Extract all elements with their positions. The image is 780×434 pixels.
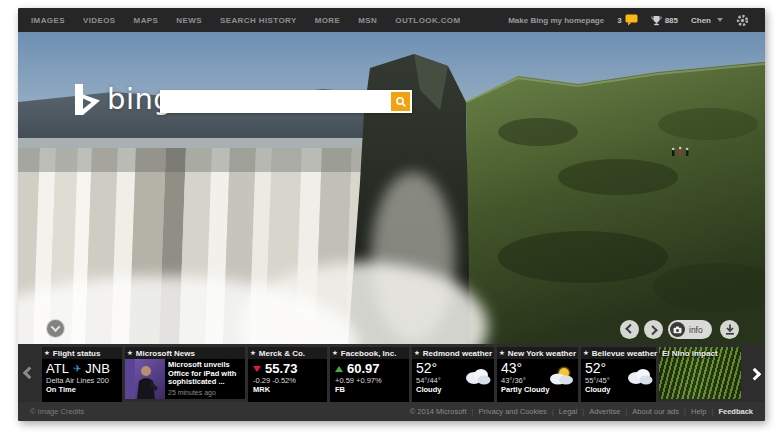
footer-link-privacy[interactable]: Privacy and Cookies <box>478 407 546 416</box>
search-box <box>160 90 412 113</box>
chevron-left-icon <box>625 324 635 334</box>
star-icon: ★ <box>583 350 589 357</box>
image-info-button[interactable]: info <box>668 320 712 339</box>
tile-flight-status[interactable]: ★ Flight status ATL ✈ JNB Delta Air Line… <box>42 347 122 399</box>
plane-icon: ✈ <box>73 361 81 376</box>
tile-el-nino-impact[interactable]: El Nino impact <box>659 347 741 399</box>
nav-news[interactable]: NEWS <box>176 16 202 25</box>
next-image-button[interactable] <box>644 320 663 339</box>
stock-symbol: FB <box>335 385 404 394</box>
search-button[interactable] <box>391 92 410 111</box>
tile-title: Redmond weather <box>423 349 492 358</box>
collapse-strip-button[interactable] <box>46 319 65 338</box>
chevron-left-icon <box>23 366 36 379</box>
tile-microsoft-news[interactable]: ★ Microsoft News Microsoft unveils Offic… <box>125 347 245 399</box>
tile-weather-bellevue[interactable]: ★ Bellevue weather 52° 55°/45° Cloudy <box>581 347 656 399</box>
tile-stock-merck[interactable]: ★ Merck & Co. 55.73 -0.29 -0.52% MRK <box>248 347 327 399</box>
weather-condition: Partly Cloudy <box>501 385 574 394</box>
chevron-right-icon <box>748 367 761 380</box>
tile-stock-facebook[interactable]: ★ Facebook, Inc. 60.97 +0.59 +0.97% FB <box>330 347 409 399</box>
stock-up-icon <box>335 366 343 372</box>
strip-scroll-right-button[interactable] <box>745 368 765 379</box>
search-input[interactable] <box>160 93 391 110</box>
bing-logo[interactable]: bing <box>75 82 172 116</box>
footer-link-advertise[interactable]: Advertise <box>589 407 620 416</box>
star-icon: ★ <box>44 350 50 357</box>
strip-scroll-left-button[interactable] <box>18 368 39 379</box>
star-icon: ★ <box>250 350 256 357</box>
nav-msn[interactable]: MSN <box>358 16 377 25</box>
messages-count: 3 <box>617 16 621 25</box>
footer-link-about-ads[interactable]: About our ads <box>632 407 679 416</box>
separator <box>684 407 686 416</box>
star-icon: ★ <box>499 350 505 357</box>
tile-title: Bellevue weather <box>592 349 657 358</box>
partly-cloudy-icon <box>547 366 575 385</box>
flight-destination: JNB <box>85 361 110 376</box>
flight-status: On Time <box>46 385 118 394</box>
stock-down-icon <box>253 366 261 372</box>
chevron-down-icon <box>717 18 723 22</box>
trophy-icon <box>651 15 662 26</box>
bing-homepage-screenshot: IMAGES VIDEOS MAPS NEWS SEARCH HISTORY M… <box>18 8 765 421</box>
tile-title: Merck & Co. <box>259 349 305 358</box>
image-credits: © Image Credits <box>30 407 84 416</box>
nav-maps[interactable]: MAPS <box>134 16 159 25</box>
footer-link-legal[interactable]: Legal <box>559 407 577 416</box>
stock-price: 55.73 <box>265 361 298 376</box>
top-nav-bar: IMAGES VIDEOS MAPS NEWS SEARCH HISTORY M… <box>18 8 765 32</box>
top-nav-links: IMAGES VIDEOS MAPS NEWS SEARCH HISTORY M… <box>18 16 461 25</box>
download-icon <box>725 324 735 335</box>
stock-price: 60.97 <box>347 361 380 376</box>
flight-number: Delta Air Lines 200 <box>46 376 118 385</box>
camera-icon <box>670 322 685 337</box>
cloudy-icon <box>625 366 653 385</box>
footer-bar: © Image Credits © 2014 Microsoft Privacy… <box>18 402 765 421</box>
tile-title: Flight status <box>53 349 101 358</box>
footer-link-feedback[interactable]: Feedback <box>718 407 753 416</box>
footer-link-help[interactable]: Help <box>691 407 706 416</box>
flight-origin: ATL <box>46 361 69 376</box>
info-tile-strip: ★ Flight status ATL ✈ JNB Delta Air Line… <box>18 344 765 402</box>
weather-condition: Cloudy <box>416 385 490 394</box>
footer-links: © 2014 Microsoft Privacy and Cookies Leg… <box>410 407 753 416</box>
stock-symbol: MRK <box>253 385 322 394</box>
chat-bubble-icon <box>625 14 638 26</box>
tiles-row: ★ Flight status ATL ✈ JNB Delta Air Line… <box>42 347 741 399</box>
nav-outlook[interactable]: OUTLOOK.COM <box>395 16 460 25</box>
tile-title: New York weather <box>508 349 576 358</box>
download-image-button[interactable] <box>720 320 739 339</box>
hero-image-area: bing <box>18 32 765 344</box>
weather-condition: Cloudy <box>585 385 652 394</box>
tile-title: El Nino impact <box>662 349 718 358</box>
copyright-text: © 2014 Microsoft <box>410 407 467 416</box>
stock-change: -0.29 -0.52% <box>253 376 322 385</box>
stock-change: +0.59 +0.97% <box>335 376 404 385</box>
messages-button[interactable]: 3 <box>617 14 637 26</box>
star-icon: ★ <box>414 350 420 357</box>
tile-weather-redmond[interactable]: ★ Redmond weather 52° 54°/44° Cloudy <box>412 347 494 399</box>
separator <box>472 407 474 416</box>
star-icon: ★ <box>332 350 338 357</box>
gear-icon[interactable] <box>736 14 749 27</box>
nav-search-history[interactable]: SEARCH HISTORY <box>220 16 297 25</box>
news-thumbnail <box>125 359 165 399</box>
star-icon: ★ <box>127 350 133 357</box>
separator <box>582 407 584 416</box>
rewards-count: 885 <box>665 16 678 25</box>
cloudy-icon <box>463 366 491 385</box>
chevron-down-icon <box>51 322 61 332</box>
previous-image-button[interactable] <box>620 320 639 339</box>
nav-images[interactable]: IMAGES <box>31 16 65 25</box>
rewards-button[interactable]: 885 <box>651 15 678 26</box>
info-label: info <box>689 325 703 335</box>
separator <box>552 407 554 416</box>
user-menu[interactable]: Chen <box>691 16 723 25</box>
bing-logo-icon <box>75 84 100 115</box>
separator <box>625 407 627 416</box>
make-homepage-link[interactable]: Make Bing my homepage <box>508 16 604 25</box>
tile-weather-new-york[interactable]: ★ New York weather 43° 43°/36° Partly Cl… <box>497 347 578 399</box>
nav-more[interactable]: MORE <box>315 16 341 25</box>
nav-videos[interactable]: VIDEOS <box>83 16 116 25</box>
news-timestamp: 25 minutes ago <box>168 389 242 396</box>
